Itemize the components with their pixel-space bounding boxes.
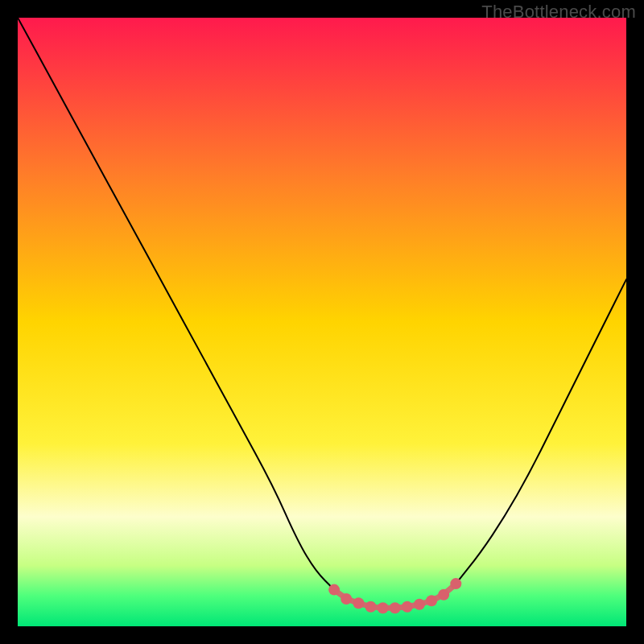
valley-marker-point [353, 597, 364, 609]
valley-marker-point [438, 589, 449, 601]
gradient-background [18, 18, 626, 626]
valley-marker-point [390, 602, 401, 613]
valley-marker-point [328, 584, 340, 596]
valley-marker-point [378, 602, 389, 613]
chart-plot [18, 18, 626, 626]
valley-marker-point [365, 601, 377, 613]
valley-marker-point [402, 601, 413, 613]
valley-marker-point [450, 578, 461, 589]
chart-frame: TheBottleneck.com [0, 0, 644, 644]
watermark-text: TheBottleneck.com [481, 2, 636, 23]
valley-marker-point [341, 593, 352, 605]
valley-marker-point [414, 599, 425, 610]
valley-marker-point [426, 595, 437, 606]
